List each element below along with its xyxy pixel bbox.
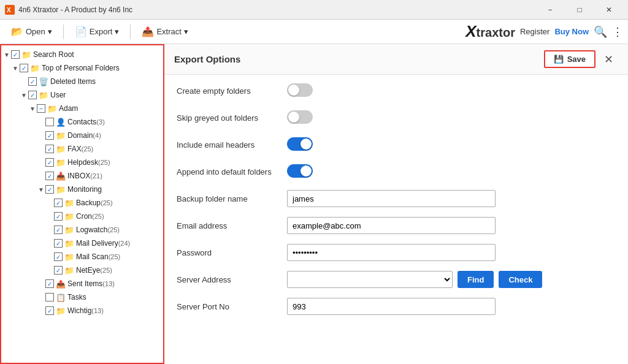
open-button[interactable]: 📂 Open ▾ [5,23,58,40]
tree-count-sent: (13) [102,280,115,287]
export-button[interactable]: 📄 Export ▾ [69,23,126,40]
tree-checkbox-wichtig[interactable] [45,306,54,315]
list-item[interactable]: 📋 Tasks [1,290,163,304]
find-button[interactable]: Find [458,271,494,288]
list-item[interactable]: 📁 Cron (25) [1,210,163,223]
tree-checkbox-personal[interactable] [20,64,28,72]
tree-checkbox-maildelivery[interactable] [54,239,63,248]
server-port-input[interactable] [287,298,496,315]
tree-arrow-backup [45,200,54,207]
tree-checkbox-logwatch[interactable] [54,226,63,234]
tree-count-mailscan: (25) [109,253,121,260]
tree-checkbox-contacts[interactable] [45,118,54,126]
tree-label-maildelivery: Mail Delivery [76,239,118,248]
tree-checkbox-sent[interactable] [45,279,54,288]
password-input[interactable] [287,244,496,261]
list-item[interactable]: 🗑️ Deleted Items [1,75,163,88]
tree-checkbox-deleted[interactable] [28,77,37,86]
register-link[interactable]: Register [520,27,550,36]
list-item[interactable]: ▼ 📁 Adam [1,102,163,115]
check-button[interactable]: Check [499,271,542,288]
search-toolbar-icon[interactable]: 🔍 [594,25,607,39]
folder-icon: 📁 [64,266,74,275]
close-button[interactable]: ✕ [595,0,623,20]
list-item[interactable]: 📁 Logwatch (25) [1,223,163,237]
buy-now-link[interactable]: Buy Now [554,27,589,36]
tree-checkbox-domain[interactable] [45,131,54,140]
list-item[interactable]: 📁 Mail Delivery (24) [1,237,163,250]
extract-label: Extract [156,27,181,36]
tree-checkbox-cron[interactable] [54,212,63,221]
backup-folder-name-input[interactable] [287,190,496,207]
tree-arrow-root: ▼ [2,51,11,58]
list-item[interactable]: 📁 FAX (25) [1,142,163,156]
export-form: Create empty folders Skip greyed out fol… [164,75,628,364]
minimize-button[interactable]: − [536,0,564,20]
list-item[interactable]: 📁 NetEye (25) [1,264,163,277]
tree-label-personal: Top of Personal Folders [42,64,120,72]
tree-arrow-adam: ▼ [28,105,37,112]
open-label: Open [26,27,45,36]
toggle-thumb [301,165,312,176]
tree-label-user: User [50,91,66,99]
list-item[interactable]: 📁 Mail Scan (25) [1,250,163,264]
include-email-headers-toggle[interactable] [287,137,313,151]
include-email-headers-control [287,137,616,153]
tree-checkbox-root[interactable] [11,50,20,59]
tree-checkbox-user[interactable] [28,91,37,99]
brand-logo: Xtraxtor [465,22,515,41]
list-item[interactable]: ▼ 📁 User [1,88,163,102]
list-item[interactable]: 📁 Domain (4) [1,129,163,142]
tree-checkbox-helpdesk[interactable] [45,158,54,167]
left-panel: ▼ 📁 Search Root ▼ 📁 Top of Personal Fold… [0,44,164,364]
main-layout: ▼ 📁 Search Root ▼ 📁 Top of Personal Fold… [0,44,628,364]
list-item[interactable]: 📁 Helpdesk (25) [1,156,163,169]
extract-icon: 📤 [142,26,154,37]
tree-arrow-logwatch [45,227,54,233]
open-icon: 📂 [11,26,23,37]
toolbar-right: Xtraxtor Register Buy Now 🔍 ⋮ [465,22,623,41]
tree-count-helpdesk: (25) [98,159,110,166]
extract-button[interactable]: 📤 Extract ▾ [136,23,194,40]
create-empty-folders-toggle[interactable] [287,83,313,97]
tree-checkbox-tasks[interactable] [45,293,54,301]
tree-checkbox-adam[interactable] [37,104,45,113]
tree-label-inbox: INBOX [67,172,90,180]
tree-checkbox-neteye[interactable] [54,266,63,275]
more-options-icon[interactable]: ⋮ [612,25,623,39]
tree-label-logwatch: Logwatch [76,226,107,234]
list-item[interactable]: 📁 Wichtig (13) [1,304,163,317]
close-panel-button[interactable]: ✕ [599,51,618,67]
app-icon: X [5,5,15,15]
list-item[interactable]: 📤 Sent Items (13) [1,277,163,290]
save-button[interactable]: 💾 Save [544,50,595,68]
list-item[interactable]: 📁 Backup (25) [1,196,163,210]
tree-checkbox-monitoring[interactable] [45,185,54,194]
tree-checkbox-backup[interactable] [54,199,63,207]
tree-checkbox-fax[interactable] [45,145,54,153]
list-item[interactable]: ▼ 📁 Top of Personal Folders [1,61,163,75]
folder-icon: 📁 [47,104,57,113]
tree-checkbox-mailscan[interactable] [54,252,63,261]
list-item[interactable]: 👤 Contacts (3) [1,115,163,129]
list-item[interactable]: ▼ 📁 Search Root [1,48,163,61]
tree-checkbox-inbox[interactable] [45,172,54,180]
tree-arrow-sent [37,281,45,287]
maximize-button[interactable]: □ [565,0,594,20]
list-item[interactable]: ▼ 📁 Monitoring [1,183,163,196]
email-address-input[interactable] [287,217,496,234]
server-address-label: Server Address [177,275,287,284]
backup-folder-name-control [287,190,616,207]
sep-2 [130,25,131,39]
skip-greyed-folders-toggle[interactable] [287,110,313,124]
append-default-folders-toggle[interactable] [287,164,313,178]
list-item[interactable]: 📥 INBOX (21) [1,169,163,183]
tree-arrow-mailscan [45,254,54,260]
backup-folder-name-label: Backup folder name [177,194,287,203]
folder-icon: 📁 [64,252,74,262]
server-address-select[interactable] [287,271,453,288]
tree-label-adam: Adam [59,104,78,113]
tree-arrow-inbox [37,173,45,180]
tree-arrow-personal: ▼ [11,65,20,72]
export-icon: 📄 [75,26,87,37]
